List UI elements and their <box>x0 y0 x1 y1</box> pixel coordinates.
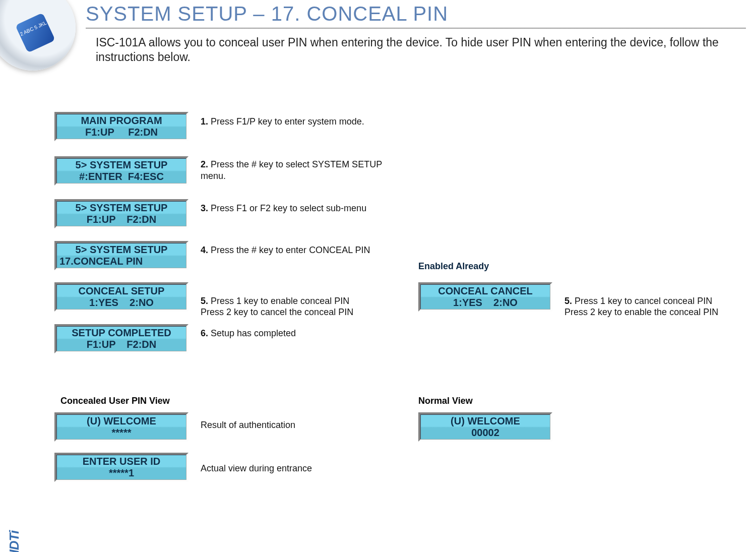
lcd-line: 17.CONCEAL PIN <box>56 256 186 267</box>
lcd-step-1: MAIN PROGRAM F1:UP F2:DN <box>54 112 188 141</box>
step-text: Setup has completed <box>208 328 296 338</box>
lcd-line: ENTER USER ID <box>56 456 186 467</box>
step-number: 3. <box>201 203 208 213</box>
lcd-step-4: 5> SYSTEM SETUP 17.CONCEAL PIN <box>54 241 188 270</box>
step-text: Press 1 key to cancel conceal PIN Press … <box>564 296 718 318</box>
concealed-caption-a: Result of authentication <box>201 419 392 431</box>
lcd-line: 1:YES 2:NO <box>56 297 186 309</box>
step-desc-6: 6. Setup has completed <box>201 328 392 339</box>
lcd-line: 1:YES 2:NO <box>420 297 550 309</box>
step-text-em: CONCEAL PIN <box>309 245 370 255</box>
step-text: Press F1/P key to enter system mode. <box>208 116 364 127</box>
lcd-line: F1:UP F2:DN <box>56 339 186 350</box>
intro-text: ISC-101A allows you to conceal user PIN … <box>96 35 731 65</box>
page-title: SYSTEM SETUP – 17. CONCEAL PIN <box>86 3 448 25</box>
lcd-line: CONCEAL CANCEL <box>420 285 550 297</box>
step-text: Press 1 key to enable conceal PIN Press … <box>201 296 353 318</box>
lcd-line: 00002 <box>420 427 550 439</box>
lcd-enabled: CONCEAL CANCEL 1:YES 2:NO <box>418 282 552 312</box>
lcd-line: SETUP COMPLETED <box>56 327 186 339</box>
step-desc-1: 1. Press F1/P key to enter system mode. <box>201 116 392 128</box>
lcd-step-3: 5> SYSTEM SETUP F1:UP F2:DN <box>54 199 188 228</box>
lcd-line: 5> SYSTEM SETUP <box>56 202 186 214</box>
lcd-line: F1:UP F2:DN <box>56 214 186 225</box>
concealed-caption-b: Actual view during entrance <box>201 463 392 474</box>
step-desc-2: 2. Press the # key to select SYSTEM SETU… <box>201 159 392 181</box>
concealed-heading: Concealed User PIN View <box>60 396 170 406</box>
lcd-step-5: CONCEAL SETUP 1:YES 2:NO <box>54 282 188 312</box>
enabled-desc: 5. Press 1 key to cancel conceal PIN Pre… <box>564 284 746 318</box>
lcd-concealed-enter: ENTER USER ID *****1 <box>54 453 188 482</box>
title-divider <box>86 28 746 29</box>
step-text: Press the # key to select SYSTEM SETUP m… <box>201 159 382 181</box>
step-number: 5. <box>564 296 572 306</box>
lcd-line: MAIN PROGRAM <box>56 115 186 127</box>
lcd-line: CONCEAL SETUP <box>56 285 186 297</box>
lcd-line: #:ENTER F4:ESC <box>56 171 186 182</box>
lcd-line: *****1 <box>56 467 186 479</box>
lcd-concealed-welcome: (U) WELCOME ***** <box>54 412 188 442</box>
step-desc-4: 4. Press the # key to enter CONCEAL PIN <box>201 244 392 256</box>
lcd-step-2: 5> SYSTEM SETUP #:ENTER F4:ESC <box>54 156 188 186</box>
step-desc-3: 3. Press F1 or F2 key to select sub-menu <box>201 203 392 214</box>
lcd-normal-welcome: (U) WELCOME 00002 <box>418 412 552 442</box>
step-number: 2. <box>201 159 208 169</box>
step-number: 5. <box>201 296 208 306</box>
step-number: 6. <box>201 328 208 338</box>
lcd-line: F1:UP F2:DN <box>56 127 186 138</box>
step-text: Press the # key to enter <box>208 245 309 255</box>
step-number: 1. <box>201 116 208 127</box>
header-logo: 2 ABC 5 JKL <box>0 0 76 76</box>
enabled-heading: Enabled Already <box>418 261 489 272</box>
lcd-line: 5> SYSTEM SETUP <box>56 244 186 256</box>
normal-heading: Normal View <box>418 396 473 406</box>
footer-logo: IDTi <box>7 523 29 553</box>
lcd-line: (U) WELCOME <box>56 415 186 427</box>
lcd-line: ***** <box>56 427 186 439</box>
lcd-step-6: SETUP COMPLETED F1:UP F2:DN <box>54 324 188 353</box>
step-number: 4. <box>201 245 208 255</box>
lcd-line: 5> SYSTEM SETUP <box>56 159 186 171</box>
step-desc-5: 5. Press 1 key to enable conceal PIN Pre… <box>201 284 392 318</box>
lcd-line: (U) WELCOME <box>420 415 550 427</box>
step-text: Press F1 or F2 key to select sub-menu <box>208 203 366 213</box>
